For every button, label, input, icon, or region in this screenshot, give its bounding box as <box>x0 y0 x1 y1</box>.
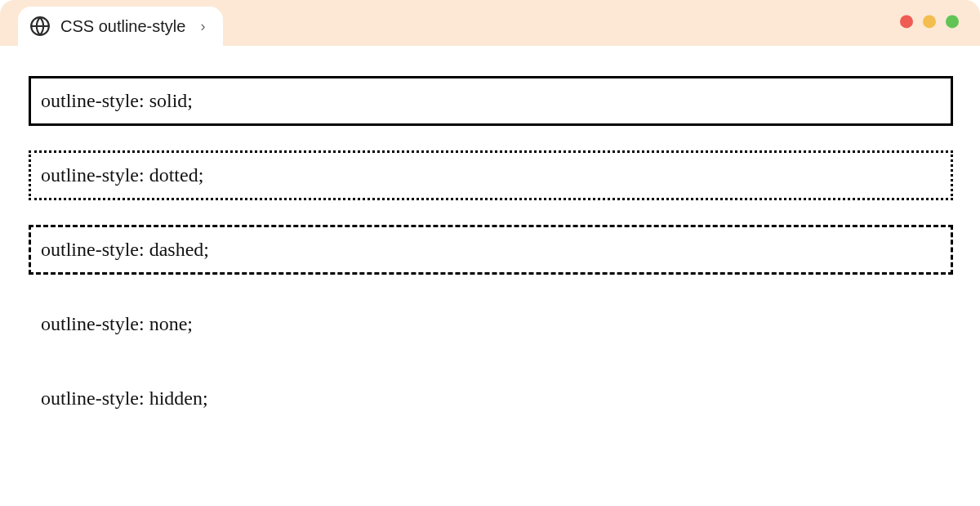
outline-example-dotted: outline-style: dotted; <box>31 153 951 198</box>
chevron-right-icon: › <box>200 18 205 35</box>
browser-tab[interactable]: CSS outline-style › <box>18 7 223 46</box>
outline-example-none: outline-style: none; <box>31 302 951 347</box>
tab-title: CSS outline-style <box>60 17 185 36</box>
window-controls <box>900 15 959 28</box>
outline-example-dashed: outline-style: dashed; <box>31 227 951 272</box>
outline-example-solid: outline-style: solid; <box>31 78 951 123</box>
page-content: outline-style: solid; outline-style: dot… <box>0 46 980 421</box>
maximize-window-button[interactable] <box>946 15 959 28</box>
minimize-window-button[interactable] <box>923 15 936 28</box>
outline-example-hidden: outline-style: hidden; <box>31 376 951 421</box>
browser-window: CSS outline-style › outline-style: solid… <box>0 0 980 506</box>
titlebar: CSS outline-style › <box>0 0 980 46</box>
globe-icon <box>29 16 51 37</box>
close-window-button[interactable] <box>900 15 913 28</box>
